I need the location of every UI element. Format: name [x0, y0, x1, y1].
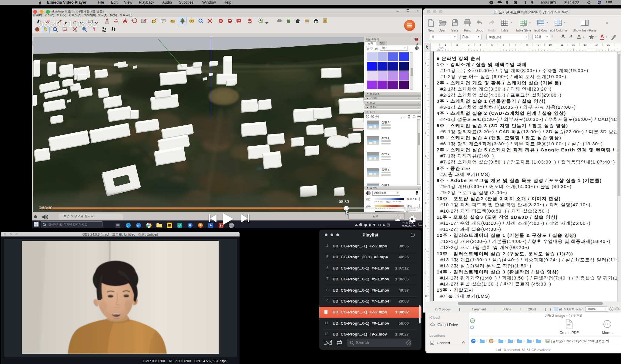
- svg-text:9: 9: [538, 43, 539, 46]
- svg-text:6: 6: [503, 43, 505, 46]
- svg-text:}: }: [404, 115, 405, 118]
- svg-text:3: 3: [468, 43, 469, 46]
- svg-text:7: 7: [515, 43, 516, 46]
- svg-text:1: 1: [425, 85, 426, 88]
- svg-text:12: 12: [572, 43, 575, 46]
- svg-text:4: 4: [425, 155, 426, 157]
- svg-text:7: 7: [425, 225, 426, 227]
- svg-text:2: 2: [456, 43, 458, 46]
- svg-text:100%: 100%: [540, 1, 549, 5]
- svg-text:10: 10: [425, 295, 427, 297]
- svg-text:5: 5: [491, 43, 493, 46]
- svg-text:6: 6: [425, 201, 426, 204]
- svg-text:4: 4: [480, 43, 481, 46]
- svg-text:13: 13: [584, 43, 587, 46]
- svg-text:2: 2: [425, 108, 426, 111]
- svg-text:e: e: [127, 223, 129, 227]
- svg-text:A: A: [383, 223, 385, 227]
- svg-text:e: e: [137, 223, 139, 227]
- svg-text:15: 15: [607, 43, 610, 46]
- svg-text:11: 11: [561, 43, 563, 46]
- svg-text:10: 10: [549, 43, 552, 46]
- svg-text:f: f: [401, 115, 403, 118]
- svg-text:8: 8: [526, 43, 528, 46]
- svg-text:8: 8: [425, 248, 426, 251]
- svg-text:14: 14: [595, 43, 598, 46]
- svg-text:0: 0: [425, 61, 426, 64]
- svg-text:9: 9: [425, 271, 426, 274]
- svg-text:3: 3: [425, 131, 426, 134]
- svg-text:1: 1: [445, 43, 446, 46]
- svg-text:5: 5: [425, 178, 426, 181]
- svg-text:Fri 14:22: Fri 14:22: [564, 1, 579, 5]
